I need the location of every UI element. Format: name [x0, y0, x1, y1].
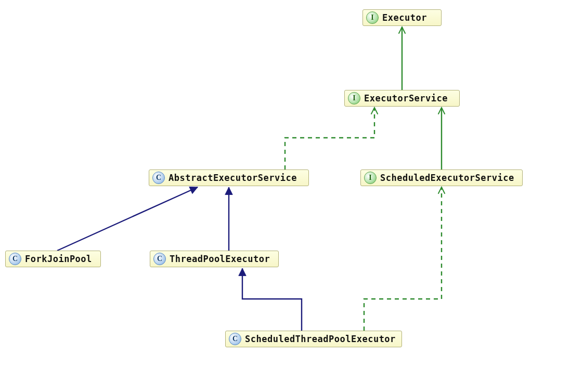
node-label: ThreadPoolExecutor — [170, 254, 270, 264]
edge-stpe-to-threadpoolexecutor — [242, 268, 302, 331]
node-label: ScheduledExecutorService — [380, 173, 514, 183]
class-icon: C — [9, 253, 21, 265]
interface-icon: I — [348, 92, 360, 104]
node-forkjoinpool[interactable]: C ForkJoinPool — [5, 251, 101, 267]
interface-icon: I — [366, 11, 379, 24]
node-label: Executor — [382, 12, 427, 23]
edge-abstractexecutorservice-to-executorservice — [285, 108, 374, 169]
node-threadpoolexecutor[interactable]: C ThreadPoolExecutor — [150, 251, 279, 267]
edge-stpe-to-scheduledexecutorservice — [364, 187, 442, 331]
node-label: ExecutorService — [364, 93, 448, 103]
node-abstractexecutorservice[interactable]: C AbstractExecutorService — [149, 169, 309, 186]
node-executorservice[interactable]: I ExecutorService — [344, 90, 460, 107]
node-scheduledthreadpoolexecutor[interactable]: C ScheduledThreadPoolExecutor — [225, 331, 402, 347]
node-executor[interactable]: I Executor — [362, 9, 442, 26]
edge-forkjoinpool-to-abstractexecutorservice — [57, 187, 198, 251]
node-label: ForkJoinPool — [25, 254, 92, 264]
class-icon: C — [229, 333, 241, 345]
interface-icon: I — [364, 172, 377, 184]
class-icon: C — [152, 172, 165, 184]
class-icon: C — [153, 253, 166, 265]
node-label: ScheduledThreadPoolExecutor — [245, 334, 396, 344]
node-label: AbstractExecutorService — [169, 173, 297, 183]
node-scheduledexecutorservice[interactable]: I ScheduledExecutorService — [360, 169, 523, 186]
